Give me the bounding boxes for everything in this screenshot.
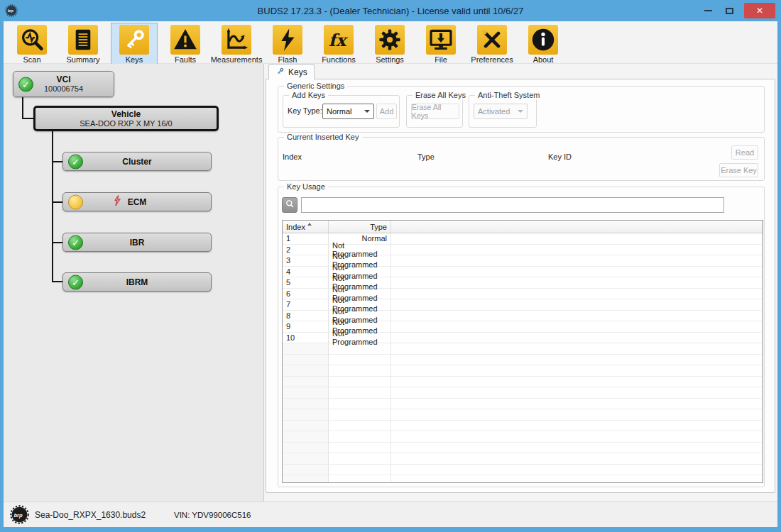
lightning-icon bbox=[273, 25, 302, 55]
key-row-index: 2 bbox=[283, 245, 329, 256]
node-title: IBRM bbox=[126, 277, 148, 287]
key-usage-row[interactable] bbox=[283, 453, 763, 465]
key-row-filler bbox=[391, 399, 763, 410]
group-title: Erase All Keys bbox=[413, 91, 469, 99]
key-usage-row[interactable] bbox=[283, 387, 763, 399]
key-row-filler bbox=[391, 465, 763, 476]
close-icon: ✕ bbox=[756, 6, 763, 16]
key-usage-row[interactable] bbox=[283, 421, 763, 432]
toolbar-button-about[interactable]: About bbox=[520, 23, 566, 64]
titlebar[interactable]: brp BUDS2 17.23.3 - (Dealer Technician) … bbox=[0, 0, 781, 21]
chevron-down-icon bbox=[518, 110, 523, 113]
search-input[interactable] bbox=[301, 197, 724, 213]
header-index[interactable]: Index bbox=[283, 221, 329, 233]
toolbar-button-keys[interactable]: Keys bbox=[111, 23, 157, 64]
key-type-select[interactable]: Normal bbox=[322, 104, 374, 119]
key-row-index: 6 bbox=[283, 289, 329, 300]
toolbar-button-preferences[interactable]: Preferences bbox=[469, 23, 515, 64]
erase-all-keys-group: Erase All Keys Erase All Keys bbox=[406, 95, 463, 128]
toolbar-button-summary[interactable]: Summary bbox=[60, 23, 106, 64]
toolbar-button-faults[interactable]: Faults bbox=[163, 23, 208, 64]
toolbar-button-measurements[interactable]: Measurements bbox=[214, 23, 259, 64]
session-file-name: Sea-Doo_RXPX_1630.buds2 bbox=[35, 510, 146, 520]
key-row-index: 9 bbox=[283, 321, 329, 333]
key-row-index bbox=[283, 355, 329, 366]
key-row-filler bbox=[391, 321, 763, 333]
minimize-button[interactable] bbox=[697, 3, 719, 18]
toolbar-button-settings[interactable]: Settings bbox=[367, 23, 413, 64]
window-title: BUDS2 17.23.3 - (Dealer Technician) - Li… bbox=[0, 6, 781, 16]
tree-node-ecm[interactable]: ECM bbox=[62, 192, 212, 211]
key-usage-row[interactable] bbox=[283, 475, 763, 483]
key-usage-row[interactable] bbox=[283, 343, 763, 355]
key-usage-row[interactable] bbox=[283, 431, 763, 443]
svg-text:fx: fx bbox=[329, 31, 348, 50]
key-icon bbox=[119, 25, 149, 55]
key-usage-row[interactable] bbox=[283, 443, 763, 454]
brp-logo-icon: brp bbox=[10, 505, 29, 527]
scan-icon bbox=[17, 25, 47, 55]
summary-icon bbox=[68, 25, 98, 55]
erase-all-keys-label: Erase All Keys bbox=[412, 103, 459, 120]
key-usage-row[interactable] bbox=[283, 365, 763, 377]
key-usage-row[interactable] bbox=[283, 409, 763, 421]
key-row-index bbox=[283, 465, 329, 476]
key-usage-row[interactable] bbox=[283, 465, 763, 476]
key-row-type bbox=[329, 431, 391, 443]
info-icon bbox=[528, 25, 558, 55]
vehicle-tree-panel: ✓ VCI 100006754 Vehicle SEA-DOO RXP X MY… bbox=[4, 64, 264, 501]
column-label-keyid: Key ID bbox=[548, 153, 572, 161]
key-row-index bbox=[283, 343, 329, 355]
key-usage-row[interactable]: 10 Not Programmed bbox=[283, 333, 763, 344]
key-row-type: Not Programmed bbox=[329, 333, 391, 344]
status-ok-icon: ✓ bbox=[68, 235, 83, 250]
toolbar-label: Functions bbox=[322, 55, 356, 64]
tree-node-vehicle[interactable]: Vehicle SEA-DOO RXP X MY 16/0 bbox=[33, 106, 219, 131]
toolbar-button-functions[interactable]: fx Functions bbox=[316, 23, 361, 64]
fault-lightning-icon bbox=[113, 194, 122, 209]
header-index-label: Index bbox=[286, 223, 305, 231]
key-row-filler bbox=[391, 277, 763, 289]
tree-connector bbox=[22, 118, 34, 119]
key-row-filler bbox=[391, 255, 763, 267]
close-button[interactable]: ✕ bbox=[744, 3, 775, 18]
erase-all-keys-button[interactable]: Erase All Keys bbox=[411, 104, 459, 119]
key-usage-header: Index Type bbox=[283, 221, 763, 233]
header-type[interactable]: Type bbox=[329, 221, 391, 233]
sort-ascending-icon bbox=[307, 223, 312, 226]
key-usage-table: Index Type 1 Normal 2 Not Programmed 3 N… bbox=[282, 220, 763, 483]
read-button[interactable]: Read bbox=[731, 145, 758, 160]
toolbar-label: Measurements bbox=[211, 55, 263, 64]
search-button[interactable] bbox=[282, 197, 297, 213]
window-border bbox=[0, 21, 4, 532]
read-button-label: Read bbox=[736, 148, 754, 157]
key-row-index bbox=[283, 431, 329, 443]
tree-node-vci[interactable]: ✓ VCI 100006754 bbox=[13, 71, 114, 97]
search-icon bbox=[285, 199, 295, 212]
tree-node-ibr[interactable]: ✓ IBR bbox=[62, 233, 212, 252]
current-inserted-key-group: Current Inserted Key Index Type Key ID R… bbox=[278, 137, 765, 181]
key-usage-group: Key Usage Index bbox=[278, 187, 765, 487]
window-border bbox=[777, 21, 781, 532]
anti-theft-group: Anti-Theft System Activated bbox=[469, 95, 537, 128]
key-row-filler bbox=[391, 267, 763, 278]
add-button[interactable]: Add bbox=[376, 104, 397, 119]
erase-key-button[interactable]: Erase Key bbox=[719, 163, 758, 177]
tree-node-ibrm[interactable]: ✓ IBRM bbox=[62, 272, 212, 292]
key-row-filler bbox=[391, 377, 763, 388]
toolbar-button-scan[interactable]: Scan bbox=[9, 23, 55, 64]
toolbar-button-flash[interactable]: Flash bbox=[265, 23, 310, 64]
key-usage-row[interactable] bbox=[283, 399, 763, 410]
group-title: Add Keys bbox=[289, 91, 328, 99]
tab-keys[interactable]: Keys bbox=[268, 64, 315, 79]
key-usage-row[interactable] bbox=[283, 377, 763, 388]
toolbar-button-file[interactable]: File bbox=[418, 23, 464, 64]
key-row-type bbox=[329, 443, 391, 454]
node-title: Vehicle bbox=[111, 109, 141, 119]
maximize-button[interactable] bbox=[719, 3, 740, 18]
anti-theft-select[interactable]: Activated bbox=[474, 104, 528, 119]
key-usage-row[interactable] bbox=[283, 355, 763, 366]
toolbar: Scan Summary bbox=[4, 21, 777, 64]
tree-node-cluster[interactable]: ✓ Cluster bbox=[62, 152, 212, 171]
key-row-type bbox=[329, 365, 391, 377]
